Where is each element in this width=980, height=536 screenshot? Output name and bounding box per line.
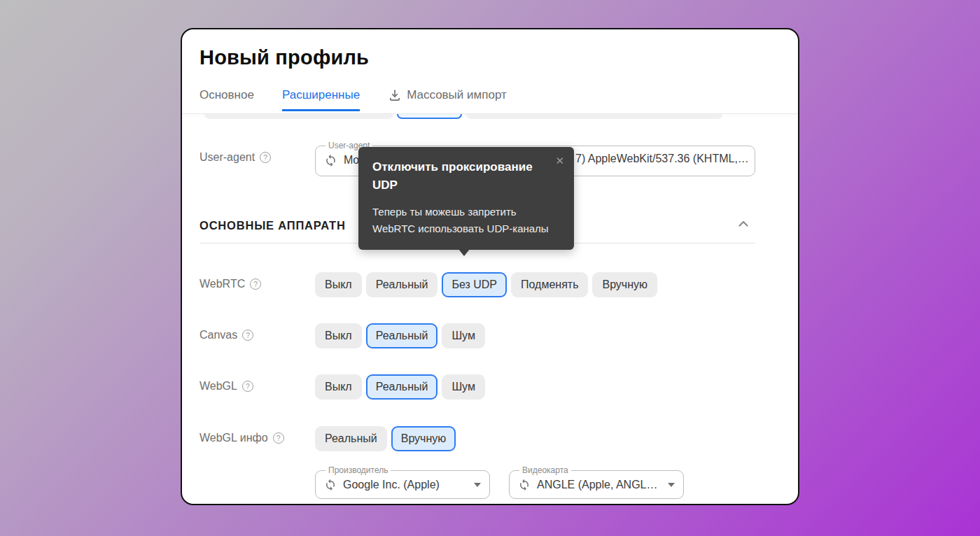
canvas-options: Выкл Реальный Шум	[315, 323, 485, 348]
webrtc-option-real[interactable]: Реальный	[366, 272, 438, 297]
renderer-select[interactable]: Видеокарта ANGLE (Apple, ANGL…	[509, 466, 684, 499]
regenerate-user-agent-icon[interactable]	[324, 154, 337, 167]
dropdown-caret-icon[interactable]	[474, 483, 481, 487]
canvas-label-text: Canvas	[200, 329, 237, 341]
help-icon[interactable]: ?	[242, 381, 253, 392]
clipped-toggle-button[interactable]	[466, 114, 722, 119]
user-agent-value-left: Mo	[344, 154, 359, 167]
renderer-select-label: Видеокарта	[519, 466, 571, 474]
tab-mass-import[interactable]: Массовый импорт	[388, 88, 507, 111]
vendor-select-label: Производитель	[326, 466, 391, 474]
download-icon	[388, 88, 402, 102]
help-icon[interactable]: ?	[242, 330, 253, 341]
tooltip-body: Теперь ты можешь запретить WebRTC исполь…	[372, 204, 560, 237]
tab-advanced-label: Расширенные	[282, 88, 360, 102]
webrtc-option-manual[interactable]: Вручную	[592, 272, 657, 297]
tab-bar: Основное Расширенные Массовый импорт	[200, 88, 507, 113]
webgl-info-row-label: WebGL инфо ?	[200, 432, 284, 444]
tab-advanced[interactable]: Расширенные	[282, 88, 360, 111]
udp-tooltip: Отключить проксирование UDP ✕ Теперь ты …	[358, 147, 574, 250]
tab-mass-import-label: Массовый импорт	[407, 88, 507, 102]
tab-basic-label: Основное	[200, 88, 254, 102]
webgl-info-label-text: WebGL инфо	[200, 432, 268, 444]
chevron-up-icon[interactable]	[735, 216, 752, 235]
webgl-row-label: WebGL ?	[200, 380, 253, 393]
regenerate-vendor-icon[interactable]	[324, 479, 337, 491]
clipped-toggle-button-selected[interactable]	[397, 114, 462, 119]
canvas-option-real[interactable]: Реальный	[366, 323, 438, 348]
webgl-info-options: Реальный Вручную	[315, 426, 456, 451]
new-profile-modal: Новый профиль Основное Расширенные Массо…	[181, 28, 799, 505]
regenerate-renderer-icon[interactable]	[518, 479, 531, 491]
renderer-select-value: ANGLE (Apple, ANGL…	[537, 479, 658, 491]
page-title: Новый профиль	[200, 46, 369, 69]
tab-basic[interactable]: Основное	[200, 88, 254, 111]
clipped-toggle-button[interactable]	[204, 114, 393, 119]
section-header-hardware: ОСНОВНЫЕ АППАРАТН	[200, 219, 346, 232]
tooltip-caret	[458, 249, 470, 256]
tooltip-title: Отключить проксирование UDP	[372, 158, 535, 195]
webgl-label-text: WebGL	[200, 380, 237, 393]
vendor-select-value: Google Inc. (Apple)	[343, 479, 440, 491]
user-agent-value-right: 7) AppleWebKit/537.36 (KHTML,…	[575, 153, 749, 165]
vendor-select[interactable]: Производитель Google Inc. (Apple)	[315, 466, 490, 499]
webgl-option-off[interactable]: Выкл	[315, 374, 362, 400]
help-icon[interactable]: ?	[260, 152, 271, 163]
help-icon[interactable]: ?	[273, 432, 284, 444]
canvas-option-noise[interactable]: Шум	[442, 323, 484, 348]
webrtc-option-spoof[interactable]: Подменять	[511, 272, 588, 297]
canvas-option-off[interactable]: Выкл	[315, 323, 362, 348]
webgl-options: Выкл Реальный Шум	[315, 374, 485, 400]
webrtc-row-label: WebRTC ?	[200, 278, 261, 290]
webrtc-options: Выкл Реальный Без UDP Подменять Вручную	[315, 272, 657, 297]
webgl-option-real[interactable]: Реальный	[366, 374, 438, 400]
canvas-row-label: Canvas ?	[200, 329, 253, 341]
webgl-info-option-real[interactable]: Реальный	[315, 426, 387, 451]
user-agent-row-label: User-agent ?	[200, 151, 271, 164]
webrtc-option-no-udp[interactable]: Без UDP	[442, 272, 507, 297]
help-icon[interactable]: ?	[250, 278, 261, 290]
webgl-info-option-manual[interactable]: Вручную	[391, 426, 456, 451]
close-icon[interactable]: ✕	[555, 155, 564, 166]
webgl-option-noise[interactable]: Шум	[442, 374, 484, 400]
user-agent-label-text: User-agent	[200, 151, 255, 164]
webrtc-label-text: WebRTC	[200, 278, 245, 290]
webrtc-option-off[interactable]: Выкл	[315, 272, 362, 297]
dropdown-caret-icon[interactable]	[668, 483, 675, 487]
